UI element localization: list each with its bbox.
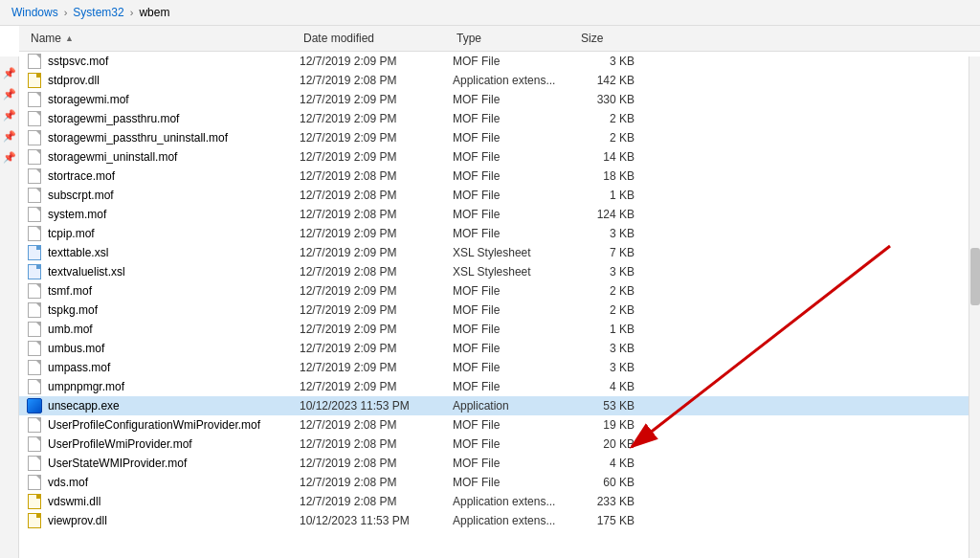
file-date: 12/7/2019 2:08 PM — [300, 189, 453, 202]
file-name: texttable.xsl — [48, 246, 108, 259]
file-name: tcpip.mof — [48, 227, 95, 240]
file-date: 12/7/2019 2:09 PM — [300, 246, 453, 259]
col-date[interactable]: Date modified — [300, 30, 453, 47]
file-type: MOF File — [453, 418, 577, 432]
file-size: 2 KB — [577, 112, 654, 125]
file-date: 12/7/2019 2:09 PM — [300, 323, 453, 336]
table-row[interactable]: texttable.xsl 12/7/2019 2:09 PM XSL Styl… — [19, 243, 980, 262]
col-size[interactable]: Size — [577, 30, 654, 47]
table-row[interactable]: vdswmi.dll 12/7/2019 2:08 PM Application… — [19, 492, 980, 511]
file-date: 12/7/2019 2:08 PM — [300, 476, 453, 489]
file-date: 10/12/2023 11:53 PM — [300, 514, 453, 527]
doc-icon — [27, 475, 42, 490]
breadcrumb-windows[interactable]: Windows — [11, 6, 58, 19]
doc-icon — [27, 149, 42, 165]
file-name: stortrace.mof — [48, 169, 115, 183]
file-name-cell: tspkg.mof — [27, 302, 300, 318]
table-row[interactable]: umpass.mof 12/7/2019 2:09 PM MOF File 3 … — [19, 358, 980, 377]
dll-icon — [27, 73, 42, 88]
file-type: MOF File — [453, 169, 577, 183]
breadcrumb-system32[interactable]: System32 — [73, 6, 123, 19]
file-type: MOF File — [453, 476, 577, 489]
table-row[interactable]: stdprov.dll 12/7/2019 2:08 PM Applicatio… — [19, 71, 980, 90]
doc-icon — [27, 302, 42, 318]
table-row[interactable]: stortrace.mof 12/7/2019 2:08 PM MOF File… — [19, 167, 980, 186]
pin-icon-5[interactable]: 📌 — [3, 150, 16, 164]
table-row[interactable]: umpnpmgr.mof 12/7/2019 2:09 PM MOF File … — [19, 377, 980, 396]
file-date: 12/7/2019 2:08 PM — [300, 169, 453, 183]
file-type: MOF File — [453, 457, 577, 470]
pin-icon-4[interactable]: 📌 — [3, 129, 16, 143]
file-date: 12/7/2019 2:08 PM — [300, 74, 453, 87]
file-date: 12/7/2019 2:09 PM — [300, 93, 453, 106]
file-date: 12/7/2019 2:09 PM — [300, 303, 453, 317]
table-row[interactable]: subscrpt.mof 12/7/2019 2:08 PM MOF File … — [19, 186, 980, 205]
file-date: 10/12/2023 11:53 PM — [300, 399, 453, 413]
doc-icon — [27, 283, 42, 299]
file-name: vds.mof — [48, 476, 88, 489]
scrollbar-thumb[interactable] — [970, 248, 980, 305]
table-row[interactable]: sstpsvc.mof 12/7/2019 2:09 PM MOF File 3… — [19, 52, 980, 71]
scrollbar[interactable] — [969, 56, 980, 558]
file-name-cell: storagewmi_uninstall.mof — [27, 149, 300, 165]
pin-icon-1[interactable]: 📌 — [3, 66, 16, 79]
table-row[interactable]: storagewmi_passthru.mof 12/7/2019 2:09 P… — [19, 109, 980, 128]
file-name-cell: stortrace.mof — [27, 168, 300, 184]
table-row[interactable]: storagewmi_passthru_uninstall.mof 12/7/2… — [19, 128, 980, 147]
file-type: XSL Stylesheet — [453, 265, 577, 279]
file-type: MOF File — [453, 437, 577, 451]
col-type[interactable]: Type — [453, 30, 577, 47]
table-row[interactable]: viewprov.dll 10/12/2023 11:53 PM Applica… — [19, 511, 980, 530]
table-row[interactable]: umbus.mof 12/7/2019 2:09 PM MOF File 3 K… — [19, 339, 980, 358]
table-row[interactable]: UserStateWMIProvider.mof 12/7/2019 2:08 … — [19, 454, 980, 473]
table-row[interactable]: tcpip.mof 12/7/2019 2:09 PM MOF File 3 K… — [19, 224, 980, 243]
file-type: MOF File — [453, 361, 577, 374]
file-name-cell: umpnpmgr.mof — [27, 379, 300, 394]
file-name: tsmf.mof — [48, 284, 92, 298]
xsl-icon — [27, 245, 42, 260]
file-size: 142 KB — [577, 74, 654, 87]
file-size: 3 KB — [577, 361, 654, 374]
doc-icon — [27, 54, 42, 69]
file-name-cell: texttable.xsl — [27, 245, 300, 260]
file-type: MOF File — [453, 93, 577, 106]
sep2: › — [130, 7, 134, 18]
table-row[interactable]: textvaluelist.xsl 12/7/2019 2:08 PM XSL … — [19, 262, 980, 281]
pin-icon-2[interactable]: 📌 — [3, 87, 16, 100]
doc-icon — [27, 417, 42, 433]
pin-icon-3[interactable]: 📌 — [3, 108, 16, 122]
doc-icon — [27, 341, 42, 356]
file-name-cell: storagewmi_passthru.mof — [27, 111, 300, 126]
file-date: 12/7/2019 2:09 PM — [300, 284, 453, 298]
table-row[interactable]: tspkg.mof 12/7/2019 2:09 PM MOF File 2 K… — [19, 301, 980, 320]
table-row[interactable]: system.mof 12/7/2019 2:08 PM MOF File 12… — [19, 205, 980, 224]
sort-arrow-icon: ▲ — [65, 33, 74, 43]
file-size: 19 KB — [577, 418, 654, 432]
doc-icon — [27, 360, 42, 375]
doc-icon — [27, 168, 42, 184]
doc-icon — [27, 379, 42, 394]
doc-icon — [27, 226, 42, 241]
col-name[interactable]: Name ▲ — [27, 30, 300, 47]
table-row[interactable]: storagewmi_uninstall.mof 12/7/2019 2:09 … — [19, 147, 980, 167]
file-type: MOF File — [453, 323, 577, 336]
file-type: XSL Stylesheet — [453, 246, 577, 259]
file-date: 12/7/2019 2:09 PM — [300, 380, 453, 393]
table-row[interactable]: unsecapp.exe 10/12/2023 11:53 PM Applica… — [19, 396, 980, 415]
table-row[interactable]: umb.mof 12/7/2019 2:09 PM MOF File 1 KB — [19, 320, 980, 339]
file-name-cell: UserProfileWmiProvider.mof — [27, 436, 300, 452]
file-size: 18 KB — [577, 169, 654, 183]
table-row[interactable]: vds.mof 12/7/2019 2:08 PM MOF File 60 KB — [19, 473, 980, 492]
file-name: tspkg.mof — [48, 303, 98, 317]
file-date: 12/7/2019 2:09 PM — [300, 112, 453, 125]
file-name: umpass.mof — [48, 361, 110, 374]
file-date: 12/7/2019 2:08 PM — [300, 457, 453, 470]
file-type: Application extens... — [453, 514, 577, 527]
table-row[interactable]: tsmf.mof 12/7/2019 2:09 PM MOF File 2 KB — [19, 281, 980, 301]
file-name-cell: umbus.mof — [27, 341, 300, 356]
table-row[interactable]: storagewmi.mof 12/7/2019 2:09 PM MOF Fil… — [19, 90, 980, 109]
file-name-cell: UserStateWMIProvider.mof — [27, 456, 300, 471]
table-row[interactable]: UserProfileConfigurationWmiProvider.mof … — [19, 415, 980, 435]
table-row[interactable]: UserProfileWmiProvider.mof 12/7/2019 2:0… — [19, 435, 980, 454]
file-name-cell: UserProfileConfigurationWmiProvider.mof — [27, 417, 300, 433]
